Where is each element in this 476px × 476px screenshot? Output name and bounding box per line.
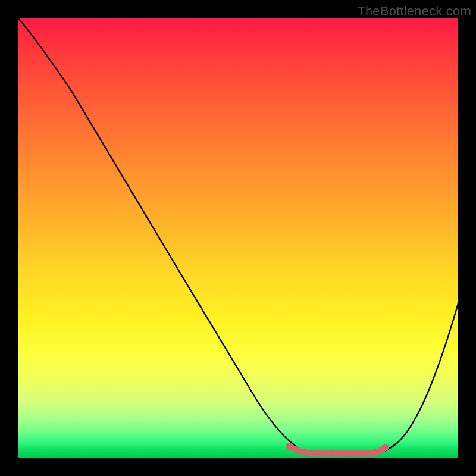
chart-frame: TheBottleneck.com (0, 0, 476, 476)
chart-svg (18, 18, 458, 458)
watermark-text: TheBottleneck.com (357, 4, 471, 19)
optimal-range-marker (289, 446, 386, 453)
bottleneck-curve (18, 18, 458, 453)
optimal-range-end-dot (383, 444, 389, 451)
